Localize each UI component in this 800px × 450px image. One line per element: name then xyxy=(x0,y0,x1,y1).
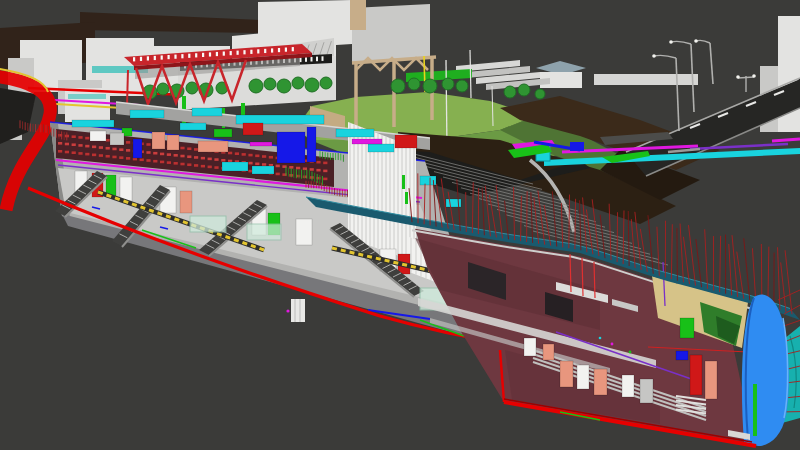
mep-box xyxy=(680,318,694,338)
seat-row-dash xyxy=(194,148,198,151)
mep-box xyxy=(90,131,106,141)
stadium-part xyxy=(127,70,128,106)
tree xyxy=(535,89,545,99)
seat-row-dash xyxy=(276,165,280,168)
rock-anchor xyxy=(569,195,570,249)
tree xyxy=(320,77,332,89)
mep-box xyxy=(594,369,607,395)
seat-row-dash xyxy=(221,159,225,162)
seat-row-dash xyxy=(262,155,266,158)
mep-box xyxy=(395,135,417,148)
canopy-tick xyxy=(161,55,163,59)
seat-row-dash xyxy=(72,151,76,154)
scene-canvas[interactable] xyxy=(0,0,800,450)
seat-row-dash xyxy=(174,154,178,157)
seat-row-dash xyxy=(174,162,178,165)
tree xyxy=(442,78,454,90)
mep-box xyxy=(180,191,192,213)
mep-box xyxy=(192,108,222,116)
mep-box xyxy=(252,166,274,174)
mep-box xyxy=(72,120,114,127)
mep-box xyxy=(130,110,164,118)
seat-row-dash xyxy=(78,136,82,139)
canopy-tick xyxy=(292,47,294,51)
mep-box xyxy=(622,375,634,397)
model-viewport[interactable] xyxy=(0,0,800,450)
green-edge-strip xyxy=(753,384,757,436)
tree xyxy=(391,79,405,93)
canopy-tick xyxy=(133,57,135,61)
canopy-tick xyxy=(147,56,149,60)
seat-row-dash xyxy=(255,155,259,158)
seat-row-dash xyxy=(208,166,212,169)
mep-box xyxy=(543,344,554,360)
tree xyxy=(305,78,319,92)
mep-box xyxy=(577,365,589,389)
right-section-details-part xyxy=(629,351,632,354)
canopy-tick xyxy=(278,48,280,52)
seat-row-dash xyxy=(65,143,69,146)
mep-box xyxy=(676,351,688,360)
canopy-tick xyxy=(209,52,211,56)
left-box-details-part xyxy=(286,309,289,312)
canopy-tick xyxy=(223,51,225,55)
tree xyxy=(277,79,291,93)
city-buildings-part xyxy=(68,94,106,99)
seat-row-dash xyxy=(255,163,259,166)
seat-row-dash xyxy=(242,153,246,156)
seat-row-dash xyxy=(316,169,320,172)
seat-row-dash xyxy=(119,148,123,151)
seat-row-dash xyxy=(92,146,96,149)
seat-row-dash xyxy=(194,156,198,159)
seat-row-dash xyxy=(85,153,89,156)
tree xyxy=(408,78,420,90)
utility-pipes-part xyxy=(772,139,800,141)
seat-row-dash xyxy=(72,135,76,138)
mep-box xyxy=(277,132,305,163)
seat-row-dash xyxy=(99,154,103,157)
lamp-head xyxy=(694,39,698,43)
mep-box xyxy=(133,139,142,158)
canopy-tick xyxy=(168,55,170,59)
window-tick xyxy=(316,57,318,62)
seat-row-dash xyxy=(248,162,252,165)
canopy-tick xyxy=(230,51,232,55)
seat-row-dash xyxy=(106,155,110,158)
seat-row-dash xyxy=(180,147,184,150)
tree xyxy=(264,78,276,90)
mep-box xyxy=(296,219,312,245)
seat-row-dash xyxy=(153,160,157,163)
rock-anchor xyxy=(527,191,528,242)
mep-box xyxy=(120,177,132,201)
seat-row-dash xyxy=(126,149,130,152)
lamp-head xyxy=(669,40,673,44)
canopy-tick xyxy=(195,53,197,57)
seat-row-dash xyxy=(187,155,191,158)
right-section-details-part xyxy=(599,337,602,340)
mep-box xyxy=(110,133,124,145)
mep-box xyxy=(307,127,316,162)
seat-row-dash xyxy=(214,166,218,169)
tree xyxy=(456,80,468,92)
canopy-tick xyxy=(243,50,245,54)
diaphragm-wall-part xyxy=(402,175,405,189)
window-tick xyxy=(322,56,324,61)
seat-row-dash xyxy=(187,163,191,166)
tree xyxy=(518,84,530,96)
seat-row-dash xyxy=(208,158,212,161)
seat-row-dash xyxy=(262,163,266,166)
seat-row-dash xyxy=(167,153,171,156)
canopy-tick xyxy=(250,50,252,54)
sign-pole-part xyxy=(752,74,756,78)
seat-row-dash xyxy=(65,151,69,154)
mep-box xyxy=(352,139,382,144)
seat-row-dash xyxy=(194,164,198,167)
seat-row-dash xyxy=(160,153,164,156)
seat-row-dash xyxy=(201,157,205,160)
seat-row-dash xyxy=(146,159,150,162)
seat-row-dash xyxy=(187,147,191,150)
seat-row-dash xyxy=(126,141,130,144)
canopy-tick xyxy=(257,49,259,53)
canopy-tick xyxy=(216,52,218,56)
seat-row-dash xyxy=(214,158,218,161)
